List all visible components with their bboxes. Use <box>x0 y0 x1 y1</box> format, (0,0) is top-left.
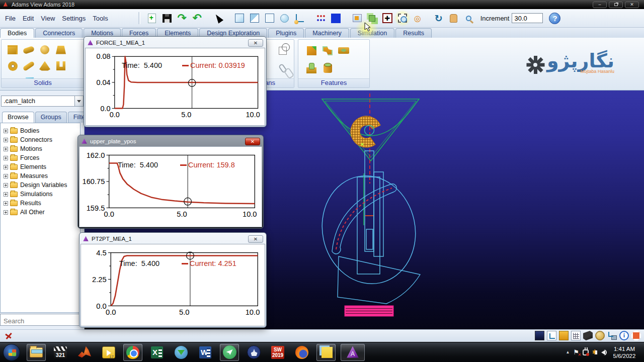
taskbar-file-explorer[interactable] <box>27 344 46 361</box>
torsion-spring[interactable] <box>351 116 380 147</box>
perspective-icon[interactable] <box>583 331 593 340</box>
render-wireframe-icon[interactable] <box>263 12 276 25</box>
background-color-swatch[interactable] <box>535 331 544 340</box>
expander-icon[interactable] <box>4 129 8 133</box>
menu-edit[interactable]: Edit <box>23 15 34 22</box>
stop-button[interactable] <box>631 331 641 340</box>
taskbar-ship-app[interactable] <box>244 344 263 361</box>
expander-icon[interactable] <box>4 165 8 169</box>
taskbar-clock[interactable]: 1:41 AM 5/6/2022 <box>609 345 640 359</box>
minimize-button[interactable]: – <box>593 2 607 8</box>
boolean-chain-icon[interactable] <box>275 60 290 76</box>
tree-item-bodies[interactable]: Bodies <box>4 126 80 135</box>
taskbar-labview[interactable]: 17 <box>99 344 118 361</box>
tab-groups[interactable]: Groups <box>35 112 67 123</box>
close-button[interactable]: ✕ <box>625 2 639 8</box>
taskbar-adams[interactable]: A <box>341 344 365 361</box>
menu-file[interactable]: File <box>5 15 16 22</box>
action-center-icon[interactable]: ⚑ <box>573 348 579 356</box>
plot-window-titlebar[interactable]: upper_plate_ypos ✕ <box>79 136 262 146</box>
taskbar-telegram[interactable] <box>220 344 239 361</box>
working-grid-button[interactable] <box>571 331 581 340</box>
tab-results[interactable]: Results <box>395 28 432 38</box>
new-model-icon[interactable] <box>145 12 158 25</box>
feature-shell-icon[interactable] <box>320 60 335 76</box>
render-shaded-icon[interactable] <box>233 12 246 25</box>
tab-connectors[interactable]: Connectors <box>35 28 83 38</box>
expander-icon[interactable] <box>4 156 8 160</box>
model-selector[interactable]: .cam_latch <box>1 96 84 107</box>
plot-area[interactable]: 0.00.040.080.05.010.0 Time: 5.400 Curren… <box>85 48 265 126</box>
pan-hand-icon[interactable] <box>447 12 460 25</box>
menu-view[interactable]: View <box>41 15 55 22</box>
expander-icon[interactable] <box>4 174 8 178</box>
increment-input[interactable] <box>512 13 543 23</box>
close-icon[interactable]: ✕ <box>248 39 263 47</box>
search-input[interactable] <box>0 314 84 326</box>
select-cursor-icon[interactable] <box>212 12 225 25</box>
fit-view-icon[interactable] <box>381 12 394 25</box>
taskbar-excel[interactable]: X <box>147 344 167 361</box>
solid-plate-icon[interactable] <box>37 58 52 74</box>
power-plug-icon[interactable] <box>583 349 589 355</box>
close-icon[interactable]: ✕ <box>245 138 260 145</box>
triad-display-button[interactable] <box>607 331 617 340</box>
volume-icon[interactable] <box>601 350 605 355</box>
expander-icon[interactable] <box>4 210 8 215</box>
tab-bodies[interactable]: Bodies <box>0 28 34 38</box>
view-triad-button[interactable] <box>547 331 556 340</box>
restore-button[interactable] <box>609 2 623 8</box>
feature-chamfer-icon[interactable] <box>304 43 319 59</box>
tab-plugins[interactable]: Plugins <box>268 28 304 38</box>
expander-icon[interactable] <box>4 147 8 151</box>
plot-window-titlebar[interactable]: PT2PT_MEA_1 ✕ <box>80 234 265 244</box>
save-icon[interactable] <box>160 12 174 25</box>
plot-window-upper-plate-ypos[interactable]: upper_plate_ypos ✕ 159.5160.75162.00.05.… <box>77 135 264 229</box>
render-smooth-icon[interactable] <box>278 12 291 25</box>
tree-item-motions[interactable]: Motions <box>4 144 80 153</box>
tree-item-elements[interactable]: Elements <box>4 162 80 171</box>
taskbar-word[interactable]: W <box>196 344 215 361</box>
redo-icon[interactable]: ↷ <box>176 12 189 25</box>
solid-sphere-icon[interactable] <box>37 42 52 58</box>
tree-item-design-variables[interactable]: Design Variables <box>4 180 80 190</box>
tree-item-measures[interactable]: Measures <box>4 171 80 180</box>
expander-icon[interactable] <box>4 201 8 206</box>
rotate-view-icon[interactable]: ↻ <box>432 12 445 25</box>
tree-item-connectors[interactable]: Connectors <box>4 135 80 144</box>
tray-expand-icon[interactable]: ▲ <box>566 350 570 354</box>
solid-extrusion-icon[interactable] <box>53 58 68 74</box>
tab-filters[interactable]: Filters <box>68 112 85 123</box>
plot-window-titlebar[interactable]: FORCE_1_MEA_1 ✕ <box>85 38 265 48</box>
zoom-magnifier-icon[interactable] <box>462 12 475 25</box>
fan-sector[interactable] <box>338 256 420 304</box>
feature-boss-icon[interactable] <box>304 60 319 76</box>
boolean-merge-icon[interactable] <box>275 43 290 59</box>
feature-hole-icon[interactable] <box>336 43 351 59</box>
plot-window-pt2pt-mea-1[interactable]: PT2PT_MEA_1 ✕ 0.02.254.50.05.010.0 Time:… <box>79 232 267 328</box>
model-selector-value[interactable]: .cam_latch <box>1 96 75 107</box>
solid-color-icon[interactable] <box>330 12 343 25</box>
render-shaded-wire-icon[interactable] <box>248 12 261 25</box>
solid-link-icon[interactable] <box>21 58 36 74</box>
window-titlebar[interactable]: Adams View Adams 2018 – ✕ <box>0 0 644 9</box>
taskbar-solidworks[interactable]: SW2019 <box>268 344 287 361</box>
start-button[interactable] <box>3 344 20 361</box>
feature-fillet-icon[interactable] <box>320 43 335 59</box>
taskbar-chrome[interactable] <box>123 344 142 361</box>
taskbar-media-player[interactable]: 321 <box>51 344 70 361</box>
latch-bars[interactable] <box>357 151 383 274</box>
expander-icon[interactable] <box>4 192 8 197</box>
solid-box-icon[interactable] <box>5 42 20 58</box>
plot-area[interactable]: 159.5160.75162.00.05.010.0 Time: 5.400 C… <box>79 146 262 227</box>
globe-icon[interactable] <box>595 331 605 340</box>
tree-item-results[interactable]: Results <box>4 199 80 208</box>
expander-icon[interactable] <box>4 183 8 188</box>
crescent-slot[interactable] <box>332 184 396 254</box>
grid-color-swatch[interactable] <box>559 331 569 340</box>
plot-area[interactable]: 0.02.254.50.05.010.0 Time: 5.400 Current… <box>80 244 265 326</box>
info-button[interactable] <box>619 331 629 340</box>
center-icon[interactable]: ◎ <box>411 12 424 25</box>
undo-icon[interactable]: ↶ <box>191 12 204 25</box>
plot-window-force-1-mea-1[interactable]: FORCE_1_MEA_1 ✕ 0.00.040.080.05.010.0 Ti… <box>84 36 267 127</box>
